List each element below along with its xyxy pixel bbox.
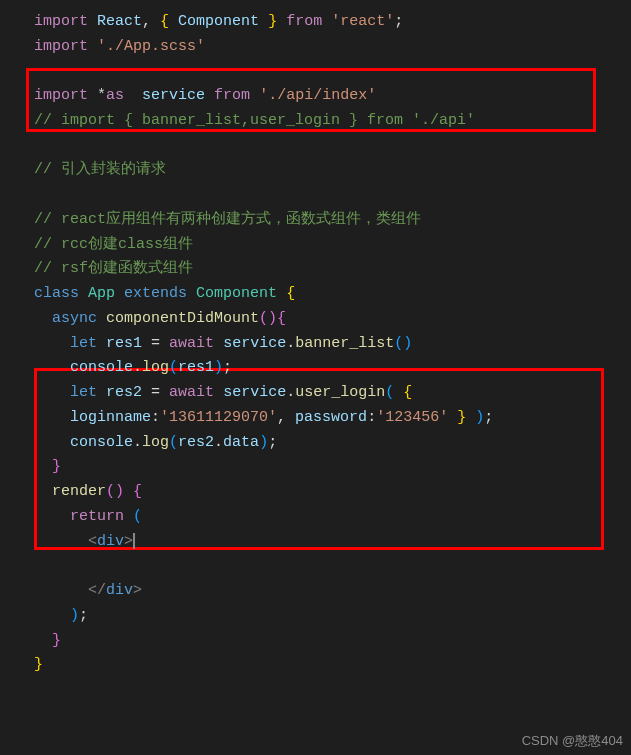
blank-line <box>34 183 631 208</box>
code-line: // rsf创建函数式组件 <box>34 257 631 282</box>
code-line: import React, { Component } from 'react'… <box>34 10 631 35</box>
code-line: loginname:'13611129070', password:'12345… <box>34 406 631 431</box>
code-line: } <box>34 653 631 678</box>
code-line: ); <box>34 604 631 629</box>
code-line: console.log(res1); <box>34 356 631 381</box>
code-line: } <box>34 629 631 654</box>
blank-line <box>34 60 631 85</box>
code-line: let res2 = await service.user_login( { <box>34 381 631 406</box>
code-line: let res1 = await service.banner_list() <box>34 332 631 357</box>
blank-line <box>34 134 631 159</box>
code-line: return ( <box>34 505 631 530</box>
code-line: // 引入封装的请求 <box>34 158 631 183</box>
code-line: import *as service from './api/index' <box>34 84 631 109</box>
code-editor[interactable]: import React, { Component } from 'react'… <box>0 0 631 688</box>
code-line: // import { banner_list,user_login } fro… <box>34 109 631 134</box>
code-line: } <box>34 455 631 480</box>
code-line: <div> <box>34 530 631 555</box>
code-line: </div> <box>34 579 631 604</box>
code-line: class App extends Component { <box>34 282 631 307</box>
code-line: async componentDidMount(){ <box>34 307 631 332</box>
code-line: render() { <box>34 480 631 505</box>
watermark: CSDN @憨憨404 <box>522 730 623 751</box>
cursor <box>133 533 135 549</box>
code-line: // rcc创建class组件 <box>34 233 631 258</box>
code-line: // react应用组件有两种创建方式，函数式组件，类组件 <box>34 208 631 233</box>
blank-line <box>34 554 631 579</box>
code-line: import './App.scss' <box>34 35 631 60</box>
code-line: console.log(res2.data); <box>34 431 631 456</box>
